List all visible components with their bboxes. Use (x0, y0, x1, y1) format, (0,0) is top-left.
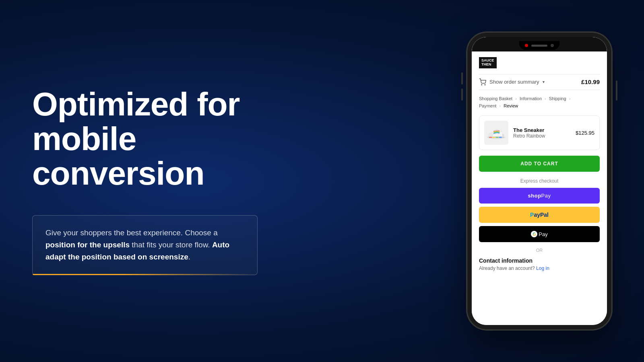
svg-rect-4 (489, 137, 492, 138)
svg-point-0 (481, 84, 482, 85)
order-summary-label: Show order summary (489, 79, 539, 85)
phone-screen: SAUCE THEN Show order summary ▾ (472, 37, 607, 325)
svg-rect-5 (493, 137, 495, 138)
product-variant: Retro Rainbow (513, 133, 571, 139)
description-text: Give your shoppers the best experience. … (45, 227, 244, 263)
volume-up-button (461, 72, 463, 84)
svg-rect-7 (499, 137, 502, 138)
gpay-text: Pay (539, 231, 547, 237)
paypal-p1: PayPal (530, 212, 549, 218)
already-account: Already have an account? Log in (479, 265, 600, 271)
gpay-g-icon: G (531, 231, 537, 237)
notch-area (472, 37, 607, 51)
order-summary-row[interactable]: Show order summary ▾ £10.99 (479, 74, 600, 90)
shop-pay-label: shopPay (528, 193, 551, 199)
phone-frame: SAUCE THEN Show order summary ▾ (467, 32, 612, 330)
breadcrumb: Shopping Basket › Information › Shipping… (479, 95, 600, 110)
order-summary-left: Show order summary ▾ (479, 78, 545, 86)
description-box: Give your shoppers the best experience. … (32, 215, 258, 275)
screen-content: SAUCE THEN Show order summary ▾ (472, 51, 607, 325)
product-info: The Sneaker Retro Rainbow (513, 127, 571, 139)
breadcrumb-information[interactable]: Information (520, 96, 542, 101)
breadcrumb-review: Review (504, 103, 518, 108)
or-divider: OR (479, 248, 600, 253)
breadcrumb-payment[interactable]: Payment (479, 103, 496, 108)
svg-rect-6 (496, 137, 499, 138)
notch-speaker (531, 45, 547, 47)
notch-dot-red (525, 44, 528, 47)
express-checkout-label: Express checkout (479, 178, 600, 184)
breadcrumb-basket[interactable]: Shopping Basket (479, 96, 512, 101)
add-to-cart-button[interactable]: ADD TO CART (479, 156, 600, 172)
breadcrumb-sep-4: › (499, 103, 501, 108)
volume-down-button (461, 88, 463, 101)
breadcrumb-sep-2: › (545, 96, 546, 101)
notch-pill (519, 41, 559, 50)
left-panel: Optimized for mobile conversion Give you… (32, 87, 322, 275)
sneaker-image (485, 125, 507, 140)
gpay-button[interactable]: G Pay (479, 226, 600, 242)
breadcrumb-shipping[interactable]: Shipping (549, 96, 566, 101)
main-heading: Optimized for mobile conversion (32, 87, 322, 191)
contact-info-title: Contact information (479, 257, 600, 264)
product-card: The Sneaker Retro Rainbow $125.95 (479, 115, 600, 150)
product-name: The Sneaker (513, 127, 571, 133)
chevron-down-icon: ▾ (543, 80, 545, 84)
svg-point-1 (485, 84, 485, 85)
paypal-button[interactable]: PayPal (479, 207, 600, 223)
power-button (616, 80, 617, 101)
product-price: $125.95 (576, 130, 594, 136)
shop-pay-button[interactable]: shopPay (479, 188, 600, 204)
side-buttons-right (616, 80, 617, 101)
cart-icon (479, 78, 486, 86)
breadcrumb-sep-1: › (515, 96, 517, 101)
right-panel: SAUCE THEN Show order summary ▾ (467, 32, 612, 330)
breadcrumb-sep-3: › (569, 96, 571, 101)
gpay-label: G Pay (531, 231, 547, 237)
side-buttons-left (461, 72, 463, 101)
log-in-link[interactable]: Log in (536, 265, 549, 271)
store-logo: SAUCE THEN (479, 57, 497, 68)
order-total: £10.99 (581, 78, 600, 85)
notch-dot-camera (551, 44, 554, 47)
product-image (484, 121, 508, 145)
